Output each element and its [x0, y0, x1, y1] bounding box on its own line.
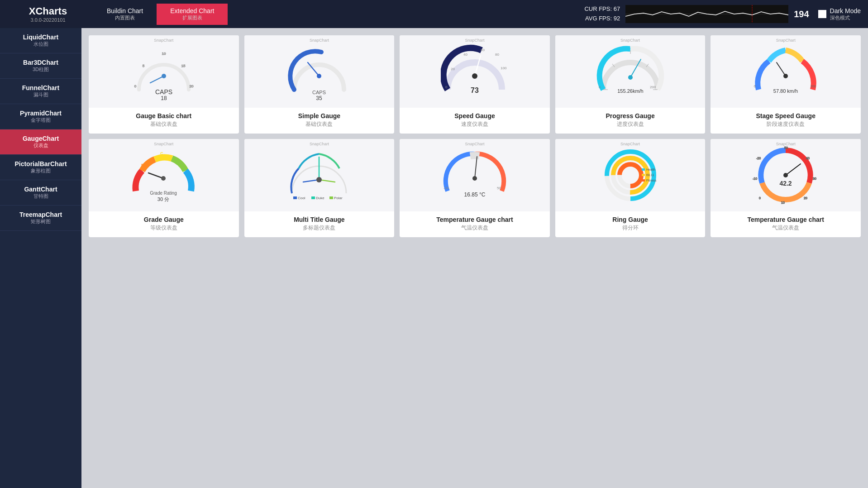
sidebar-label-funnelchart: FunnelChart	[0, 84, 81, 91]
svg-text:CAPS: CAPS	[312, 90, 326, 95]
sidebar-sub-pyramidchart: 金字塔图	[0, 117, 81, 124]
svg-text:B: B	[178, 163, 181, 167]
svg-text:Health: Health	[646, 168, 655, 171]
chart-card-temp-gauge2[interactable]: SnapChart 50 40 30	[711, 139, 861, 237]
sidebar-label-pyramidchart: PyramidChart	[0, 110, 81, 117]
chart-card-grade-gauge[interactable]: SnapChart E D C B	[89, 139, 239, 237]
snap-label-4: SnapChart	[620, 38, 640, 43]
svg-text:60: 60	[481, 48, 485, 52]
svg-text:20: 20	[804, 196, 807, 200]
svg-text:16.85 °C: 16.85 °C	[464, 191, 486, 198]
tab-extended[interactable]: Extended Chart 扩展图表	[157, 4, 228, 25]
chart-label-gauge-basic: Gauge Basic chart 基础仪表盘	[89, 108, 239, 134]
svg-rect-71	[642, 174, 645, 176]
chart-preview-speed-gauge: SnapChart 0 20 40 60 80 100	[400, 35, 550, 108]
dark-mode-checkbox[interactable]	[818, 10, 826, 18]
fps-area: CUR FPS: 67 AVG FPS: 92	[584, 5, 620, 24]
chart-card-multi-title-gauge[interactable]: SnapChart	[244, 139, 395, 237]
chart-cn-temp-gauge: 气温仪表盘	[405, 224, 544, 232]
svg-text:10: 10	[162, 52, 166, 56]
sidebar-item-gaugechart[interactable]: GaugeChart 仪表盘	[0, 129, 81, 155]
content: SnapChart 0 5 10 15 20	[81, 28, 868, 488]
svg-text:20: 20	[451, 67, 455, 71]
chart-label-temp-gauge: Temperature Gauge chart 气温仪表盘	[400, 211, 550, 237]
svg-text:0: 0	[445, 85, 448, 89]
svg-text:50: 50	[784, 146, 788, 149]
dark-mode-toggle[interactable]: Dark Mode 深色模式	[818, 7, 861, 21]
snap-label-3: SnapChart	[465, 38, 484, 43]
fps-frame-count: 194	[794, 9, 809, 19]
chart-card-temp-gauge[interactable]: SnapChart -30 50	[400, 139, 550, 237]
svg-text:30: 30	[813, 177, 816, 180]
sidebar: LiquidChart 水位图 Bar3DChart 3D柱图 FunnelCh…	[0, 28, 81, 488]
chart-label-ring-gauge: Ring Gauge 得分环	[555, 211, 706, 237]
sidebar-item-pyramidchart[interactable]: PyramidChart 金字塔图	[0, 104, 81, 129]
chart-cn-progress-gauge: 进度仪表盘	[561, 120, 700, 128]
sidebar-item-funnelchart[interactable]: FunnelChart 漏斗图	[0, 79, 81, 104]
main: LiquidChart 水位图 Bar3DChart 3D柱图 FunnelCh…	[0, 28, 868, 488]
svg-rect-73	[642, 179, 645, 182]
chart-card-speed-gauge[interactable]: SnapChart 0 20 40 60 80 100	[400, 35, 550, 134]
svg-point-12	[317, 74, 321, 78]
chart-cn-ring-gauge: 得分环	[561, 224, 700, 232]
sidebar-item-pictorialbarchart[interactable]: PictorialBarChart 象形柱图	[0, 155, 81, 180]
snap-label-8: SnapChart	[465, 142, 484, 146]
chart-preview-gauge-basic: SnapChart 0 5 10 15 20	[89, 35, 239, 108]
chart-label-multi-title-gauge: Multi Title Gauge 多标题仪表盘	[244, 211, 395, 237]
sidebar-item-ganttchart[interactable]: GanttChart 甘特图	[0, 180, 81, 206]
chart-card-simple-gauge[interactable]: SnapChart CAPS 35 Simple Gauge 基础仪表盘	[244, 35, 395, 134]
svg-text:Duke: Duke	[316, 196, 324, 200]
chart-preview-grade-gauge: SnapChart E D C B	[89, 139, 239, 211]
tab-extended-cn: 扩展图表	[170, 14, 214, 21]
sidebar-sub-gaugechart: 仪表盘	[0, 142, 81, 149]
svg-point-85	[783, 173, 788, 177]
sidebar-item-treemapchart[interactable]: TreemapChart 矩形树图	[0, 206, 81, 231]
dark-mode-label: Dark Mode	[830, 7, 861, 14]
chart-card-gauge-basic[interactable]: SnapChart 0 5 10 15 20	[89, 35, 239, 134]
svg-text:20: 20	[189, 84, 193, 88]
sidebar-item-liquidchart[interactable]: LiquidChart 水位图	[0, 28, 81, 53]
sidebar-item-bar3dchart[interactable]: Bar3DChart 3D柱图	[0, 53, 81, 79]
chart-label-temp-gauge2: Temperature Gauge chart 气温仪表盘	[711, 211, 861, 237]
chart-card-ring-gauge[interactable]: SnapChart	[555, 139, 706, 237]
sidebar-label-pictorialbarchart: PictorialBarChart	[0, 160, 81, 167]
chart-en-stage-speed-gauge: Stage Speed Gauge	[716, 112, 855, 120]
svg-point-32	[628, 75, 633, 80]
svg-text:57.80 km/h: 57.80 km/h	[773, 88, 798, 94]
svg-text:200: 200	[811, 85, 816, 88]
chart-en-progress-gauge: Progress Gauge	[561, 112, 700, 120]
tab-buildin[interactable]: Buildin Chart 内置图表	[93, 4, 157, 25]
chart-en-simple-gauge: Simple Gauge	[250, 112, 389, 120]
chart-cn-grade-gauge: 等级仪表盘	[94, 224, 234, 232]
logo: XCharts 3.0.0-20220101	[7, 5, 89, 23]
nav-tabs: Buildin Chart 内置图表 Extended Chart 扩展图表	[93, 4, 228, 25]
svg-text:D: D	[141, 163, 144, 167]
chart-cn-speed-gauge: 速度仪表盘	[405, 120, 544, 128]
sidebar-label-liquidchart: LiquidChart	[0, 33, 81, 41]
svg-text:E: E	[133, 182, 136, 187]
tab-extended-label: Extended Chart	[170, 7, 214, 14]
tab-buildin-label: Buildin Chart	[107, 7, 143, 14]
fps-graph	[625, 5, 788, 23]
sidebar-label-bar3dchart: Bar3DChart	[0, 59, 81, 66]
logo-title: XCharts	[7, 5, 89, 17]
chart-preview-temp-gauge: SnapChart -30 50	[400, 139, 550, 211]
sidebar-sub-pictorialbarchart: 象形柱图	[0, 167, 81, 174]
chart-label-progress-gauge: Progress Gauge 进度仪表盘	[555, 108, 706, 134]
svg-text:73: 73	[471, 86, 479, 94]
chart-preview-simple-gauge: SnapChart CAPS 35	[244, 35, 395, 108]
chart-cn-simple-gauge: 基础仪表盘	[250, 120, 389, 128]
chart-card-progress-gauge[interactable]: SnapChart	[555, 35, 706, 134]
svg-text:0: 0	[134, 84, 137, 88]
dark-mode-cn: 深色模式	[830, 14, 861, 21]
chart-en-speed-gauge: Speed Gauge	[405, 112, 544, 120]
tab-buildin-cn: 内置图表	[107, 14, 143, 21]
snap-label-7: SnapChart	[310, 142, 329, 146]
chart-preview-ring-gauge: SnapChart	[555, 139, 706, 211]
chart-en-temp-gauge2: Temperature Gauge chart	[716, 216, 855, 223]
avg-fps-label: AVG FPS:	[585, 15, 612, 22]
logo-version: 3.0.0-20220101	[7, 17, 89, 23]
svg-text:0: 0	[599, 85, 601, 89]
chart-cn-multi-title-gauge: 多标题仪表盘	[250, 224, 389, 232]
chart-card-stage-speed-gauge[interactable]: SnapChart 0 200 57.	[711, 35, 861, 134]
